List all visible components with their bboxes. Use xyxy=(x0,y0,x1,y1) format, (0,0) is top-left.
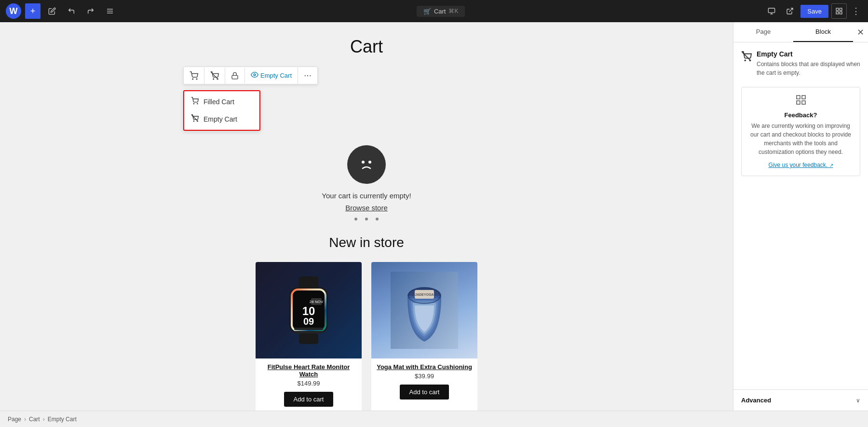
svg-rect-3 xyxy=(769,8,775,13)
feedback-section: Feedback? We are currently working on im… xyxy=(741,87,860,176)
page-title: Cart xyxy=(350,37,383,57)
svg-rect-35 xyxy=(294,331,323,333)
svg-rect-16 xyxy=(232,75,238,79)
browse-store-link[interactable]: Browse store xyxy=(345,204,388,212)
product-name-yoga: Yoga Mat with Extra Cushioning xyxy=(376,363,473,371)
more-toolbar-button[interactable]: ⋯ xyxy=(298,67,317,84)
canvas-inner: Cart xyxy=(183,37,550,411)
view-button[interactable] xyxy=(764,3,779,19)
topbar-center: 🛒 Cart ⌘K xyxy=(122,6,760,17)
empty-cart-menu-label: Empty Cart xyxy=(203,115,237,123)
cart-icon-small: 🛒 xyxy=(423,8,431,15)
svg-point-23 xyxy=(362,161,365,164)
settings-button[interactable] xyxy=(831,3,847,19)
panel-block-header: Empty Cart Contains blocks that are disp… xyxy=(741,50,860,77)
product-link-watch[interactable]: FitPulse Heart Rate Monitor Watch xyxy=(268,363,350,378)
filled-cart-toolbar-button[interactable] xyxy=(184,68,204,84)
breadcrumb-empty-cart[interactable]: Empty Cart xyxy=(48,416,77,423)
add-to-cart-watch-button[interactable]: Add to cart xyxy=(284,392,334,407)
feedback-desc: We are currently working on improving ou… xyxy=(748,122,853,156)
save-button[interactable]: Save xyxy=(800,5,828,18)
product-link-yoga[interactable]: Yoga Mat with Extra Cushioning xyxy=(377,363,472,371)
product-price-watch: $149.99 xyxy=(256,380,362,387)
svg-text:09: 09 xyxy=(303,316,314,327)
tab-page[interactable]: Page xyxy=(733,22,793,42)
panel-block-info: Empty Cart Contains blocks that are disp… xyxy=(741,50,860,77)
add-block-button[interactable]: + xyxy=(25,3,41,19)
breadcrumb-text: Cart xyxy=(434,8,446,15)
dot-1 xyxy=(354,218,357,220)
product-card-watch: 28 NOV 10 09 xyxy=(256,262,362,411)
new-in-store-title: New in store xyxy=(329,235,404,250)
tab-block[interactable]: Block xyxy=(793,22,853,42)
svg-text:28 NOV: 28 NOV xyxy=(310,300,324,304)
svg-line-22 xyxy=(191,115,198,121)
svg-rect-7 xyxy=(836,8,839,11)
empty-cart-menu-icon xyxy=(191,114,199,124)
svg-point-17 xyxy=(254,74,256,76)
feedback-title: Feedback? xyxy=(748,111,853,119)
undo-button[interactable] xyxy=(64,3,79,19)
svg-line-6 xyxy=(789,8,793,12)
redo-button[interactable] xyxy=(83,3,98,19)
breadcrumb-page[interactable]: Page xyxy=(8,416,21,423)
yoga-image: JADEYOGA xyxy=(371,262,477,358)
empty-cart-text: Your cart is currently empty! xyxy=(322,192,411,200)
more-options-button[interactable]: ⋮ xyxy=(850,4,862,18)
empty-cart-view-button[interactable]: Empty Cart xyxy=(245,67,298,84)
dropdown-menu: Filled Cart Empty Cart xyxy=(183,90,260,131)
empty-cart-content: Your cart is currently empty! Browse sto… xyxy=(198,136,535,411)
svg-point-12 xyxy=(196,79,197,80)
filled-cart-menu-item[interactable]: Filled Cart xyxy=(184,93,259,110)
panel-block-desc: Contains blocks that are displayed when … xyxy=(757,60,860,77)
svg-point-42 xyxy=(745,60,746,61)
eye-icon xyxy=(251,71,258,80)
edit-button[interactable] xyxy=(44,3,60,19)
preview-button[interactable] xyxy=(782,3,798,19)
feedback-link[interactable]: Give us your feedback. ↗ xyxy=(768,162,833,168)
empty-cart-label: Empty Cart xyxy=(260,72,292,79)
svg-point-19 xyxy=(197,103,198,104)
breadcrumb-sep-2: › xyxy=(43,416,45,423)
topbar-right: Save ⋮ xyxy=(764,3,862,19)
watch-image: 28 NOV 10 09 xyxy=(256,262,362,358)
lock-toolbar-button[interactable] xyxy=(225,68,245,83)
products-grid: 28 NOV 10 09 xyxy=(256,262,477,411)
svg-rect-9 xyxy=(840,12,842,14)
empty-cart-toolbar-button[interactable] xyxy=(204,68,225,84)
topbar: W + 🛒 Cart ⌘K Save ⋮ xyxy=(0,0,868,22)
feedback-icon xyxy=(748,94,853,109)
svg-point-20 xyxy=(193,121,194,121)
shortcut-badge: ⌘K xyxy=(448,8,458,14)
filled-cart-icon xyxy=(191,97,199,107)
svg-text:JADEYOGA: JADEYOGA xyxy=(415,293,434,296)
panel-block-icon xyxy=(741,51,752,64)
svg-point-18 xyxy=(193,103,194,104)
filled-cart-menu-label: Filled Cart xyxy=(203,98,234,106)
panel-body: Empty Cart Contains blocks that are disp… xyxy=(733,42,868,389)
svg-rect-34 xyxy=(294,328,323,330)
external-link-icon: ↗ xyxy=(829,163,833,168)
panel-tabs: Page Block ✕ xyxy=(733,22,868,42)
panel-block-text: Empty Cart Contains blocks that are disp… xyxy=(757,50,860,77)
advanced-header[interactable]: Advanced ∨ xyxy=(741,397,860,404)
advanced-title: Advanced xyxy=(741,397,771,404)
empty-cart-menu-item[interactable]: Empty Cart xyxy=(184,110,259,128)
wp-logo[interactable]: W xyxy=(6,3,21,19)
breadcrumb-cart[interactable]: Cart xyxy=(29,416,40,423)
tools-button[interactable] xyxy=(102,3,118,19)
breadcrumb-pill[interactable]: 🛒 Cart ⌘K xyxy=(417,6,465,17)
chevron-down-icon: ∨ xyxy=(856,397,860,404)
block-toolbar: Empty Cart ⋯ xyxy=(183,67,318,84)
add-to-cart-yoga-button[interactable]: Add to cart xyxy=(400,385,449,399)
product-price-yoga: $39.99 xyxy=(371,372,477,380)
main-layout: Cart xyxy=(0,22,868,411)
toolbar-wrapper: Empty Cart ⋯ Filled Cart xyxy=(183,67,550,136)
close-panel-button[interactable]: ✕ xyxy=(853,22,868,42)
svg-rect-45 xyxy=(797,96,800,99)
canvas-area: Cart xyxy=(0,22,733,411)
svg-rect-36 xyxy=(299,333,318,344)
breadcrumb-footer: Page › Cart › Empty Cart xyxy=(0,411,868,427)
product-card-yoga: JADEYOGA Yoga Mat with Extra Cushioning … xyxy=(371,262,477,411)
svg-rect-48 xyxy=(797,101,800,104)
